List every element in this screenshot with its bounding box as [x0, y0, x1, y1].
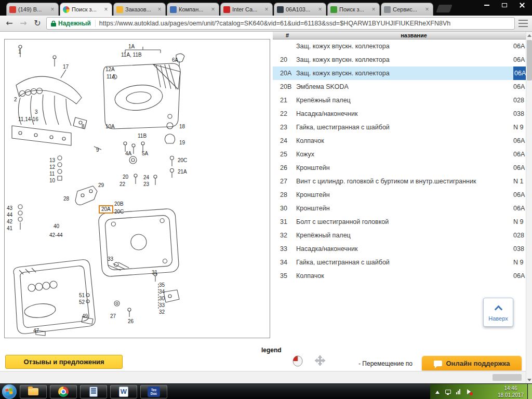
diagram-callout-11,14-16[interactable]: 11,14-16: [18, 116, 38, 122]
tab-close-icon[interactable]: ×: [210, 6, 216, 12]
parts-table-row-28[interactable]: 28Кронштейн06A: [273, 188, 526, 202]
tab-close-icon[interactable]: ×: [103, 6, 109, 12]
tab-close-icon[interactable]: ×: [370, 6, 377, 12]
diagram-callout-49[interactable]: 49: [82, 313, 88, 319]
diagram-callout-30[interactable]: 30: [159, 296, 165, 301]
diagram-callout-12A[interactable]: 12A: [105, 66, 115, 72]
horizontal-scrollbar[interactable]: [0, 371, 526, 383]
diagram-callout-31[interactable]: 31: [152, 270, 157, 275]
parts-table-row-33[interactable]: 33Насадка/наконечник038: [273, 242, 526, 256]
diagram-callout-29[interactable]: 29: [98, 182, 104, 188]
minimize-button[interactable]: [478, 0, 496, 10]
browser-tab-2[interactable]: Поиск з...×: [60, 3, 112, 16]
browser-tab-3[interactable]: Заказов...×: [113, 3, 166, 16]
diagram-callout-26[interactable]: 26: [128, 318, 134, 324]
tab-close-icon[interactable]: ×: [424, 6, 430, 12]
diagram-callout-17[interactable]: 17: [63, 64, 69, 70]
taskbar-tecdoc-button[interactable]: Tec Doc: [140, 385, 167, 398]
taskbar-chrome-button[interactable]: [50, 385, 77, 398]
parts-table-row-30[interactable]: 30Кронштейн06A: [273, 202, 526, 215]
diagram-callout-32[interactable]: 32: [159, 309, 165, 315]
diagram-callout-20A[interactable]: 20A: [99, 205, 113, 214]
diagram-callout-47[interactable]: 47: [33, 328, 39, 334]
parts-table-row[interactable]: Защ. кожух впускн. коллектора06A: [273, 39, 526, 53]
network-icon[interactable]: [456, 389, 460, 394]
column-header-name[interactable]: название: [302, 32, 526, 38]
parts-table-row-21[interactable]: 21Крепёжный палец028: [273, 94, 526, 107]
diagram-callout-1A[interactable]: 1A: [128, 44, 135, 49]
diagram-callout-21A[interactable]: 21A: [178, 169, 187, 175]
diagram-callout-11[interactable]: 11: [49, 171, 55, 177]
diagram-callout-44[interactable]: 44: [7, 212, 12, 218]
browser-tab-6[interactable]: 06A103...×: [274, 3, 326, 16]
column-header-number[interactable]: #: [273, 32, 302, 38]
browser-tab-5[interactable]: Inter Ca...×: [220, 3, 273, 16]
diagram-callout-34[interactable]: 34: [159, 289, 165, 295]
parts-table-row-32[interactable]: 32Крепёжный палец028: [273, 229, 526, 242]
new-tab-button[interactable]: [436, 5, 452, 12]
diagram-callout-22[interactable]: 22: [119, 181, 125, 187]
tab-close-icon[interactable]: ×: [263, 6, 270, 12]
diagram-callout-42-44[interactable]: 42-44: [49, 232, 63, 238]
parts-table-row-20A[interactable]: 20AЗащ. кожух впускн. коллектора06A: [273, 66, 526, 80]
diagram-callout-35[interactable]: 35: [159, 282, 165, 288]
diagram-callout-10A[interactable]: 10A: [105, 124, 115, 129]
taskbar-clock[interactable]: 14:46 18.01.2017: [498, 385, 524, 398]
diagram-callout-40[interactable]: 40: [54, 223, 59, 229]
diagram-callout-18[interactable]: 18: [179, 124, 185, 129]
diagram-callout-9[interactable]: 9: [96, 147, 99, 153]
diagram-callout-5A[interactable]: 5A: [142, 151, 148, 156]
maximize-button[interactable]: [496, 0, 513, 10]
browser-tab-8[interactable]: Сервис...×: [381, 3, 433, 16]
diagram-callout-19[interactable]: 19: [179, 140, 185, 145]
diagram-callout-42[interactable]: 42: [7, 219, 12, 224]
forward-button[interactable]: →: [18, 18, 29, 29]
diagram-callout-6A[interactable]: 6A: [172, 57, 178, 63]
vertical-scrollbar-thumb[interactable]: [527, 40, 532, 81]
diagram-callout-11A[interactable]: 11A: [107, 74, 115, 79]
parts-table-row-20[interactable]: 20Защ. кожух впускн. коллектора06A: [273, 53, 526, 66]
diagram-callout-23[interactable]: 23: [143, 181, 149, 187]
diagram-callout-11B[interactable]: 11B: [138, 133, 147, 139]
browser-tab-1[interactable]: (149) В...×: [6, 3, 59, 16]
tab-close-icon[interactable]: ×: [317, 6, 323, 12]
feedback-button[interactable]: Отзывы и предложения: [5, 355, 123, 369]
scroll-up-button[interactable]: [526, 32, 532, 39]
display-icon[interactable]: [445, 390, 451, 394]
address-bar[interactable]: Надежный https://www.autoklad.ua/pages/o…: [46, 17, 515, 30]
diagram-callout-20B[interactable]: 20B: [114, 201, 124, 207]
back-to-top-button[interactable]: Наверх: [483, 298, 513, 327]
diagram-callout-13[interactable]: 13: [49, 157, 55, 163]
diagram-callout-3[interactable]: 3: [35, 109, 38, 115]
parts-table-row-26[interactable]: 26Кронштейн06A: [273, 161, 526, 175]
diagram-callout-52[interactable]: 52: [79, 299, 85, 305]
parts-table-row-20B[interactable]: 20BЭмблема SKODA06A: [273, 80, 526, 94]
parts-table-row-22[interactable]: 22Насадка/наконечник038: [273, 107, 526, 121]
parts-table-row-34[interactable]: 34Гайка, шестигранная с шайбойN 9: [273, 256, 526, 269]
show-desktop-button[interactable]: [527, 384, 532, 399]
diagram-callout-8[interactable]: 8: [82, 124, 85, 129]
diagram-callout-28[interactable]: 28: [63, 196, 69, 202]
diagram-callout-4A[interactable]: 4A: [125, 151, 131, 156]
tab-close-icon[interactable]: ×: [49, 6, 56, 12]
tab-close-icon[interactable]: ×: [156, 6, 163, 12]
security-badge[interactable]: Надежный: [51, 20, 96, 27]
url-text[interactable]: https://www.autoklad.ua/pages/oem/unit/?…: [99, 20, 450, 27]
volume-muted-icon[interactable]: [467, 389, 473, 394]
taskbar-calculator-button[interactable]: [80, 385, 107, 398]
close-button[interactable]: [513, 0, 531, 10]
diagram-callout-51[interactable]: 51: [79, 292, 85, 298]
diagram-callout-27[interactable]: 27: [110, 313, 116, 319]
start-button[interactable]: [2, 384, 17, 399]
parts-table-row-35[interactable]: 35Колпачок06A: [273, 269, 526, 283]
back-button[interactable]: ←: [4, 18, 15, 29]
tray-expand-icon[interactable]: [435, 389, 440, 394]
diagram-callout-20C[interactable]: 20C: [178, 157, 187, 163]
parts-table-row-31[interactable]: 31Болт с шестигранной головкойN 9: [273, 215, 526, 229]
diagram-callout-33[interactable]: 33: [159, 302, 165, 308]
diagram-callout-2[interactable]: 2: [14, 97, 17, 102]
diagram-callout-43[interactable]: 43: [7, 205, 12, 211]
diagram-callout-10[interactable]: 10: [49, 178, 55, 183]
taskbar-word-button[interactable]: W: [110, 385, 137, 398]
vertical-scrollbar[interactable]: [526, 32, 532, 383]
